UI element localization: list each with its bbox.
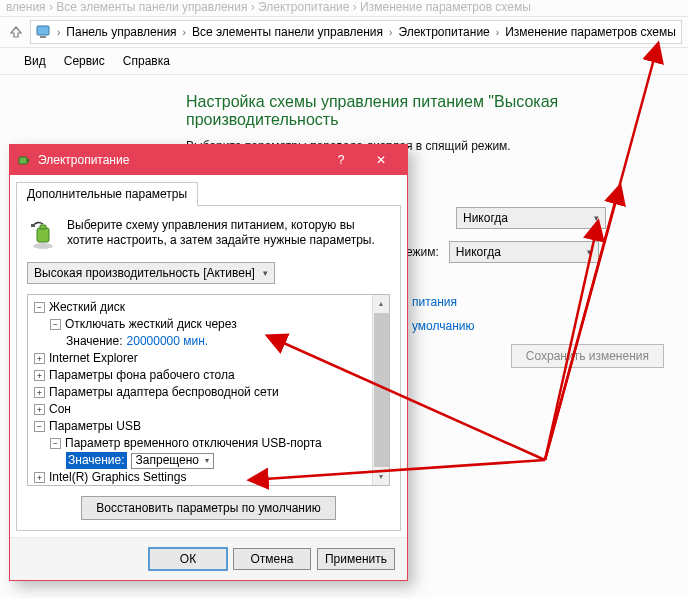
power-icon xyxy=(16,152,32,168)
tree-usb-value-row[interactable]: Значение: Запрещено ▾ xyxy=(30,452,387,469)
help-button[interactable]: ? xyxy=(321,145,361,175)
sleep-row-label-suffix: ежим: xyxy=(406,245,439,259)
save-area: Сохранить изменения xyxy=(511,344,664,368)
tab-advanced[interactable]: Дополнительные параметры xyxy=(16,182,198,206)
up-arrow-icon[interactable] xyxy=(6,22,26,42)
tree-sleep[interactable]: +Сон xyxy=(30,401,387,418)
select-value: Никогда xyxy=(456,245,501,259)
dialog-buttons: ОК Отмена Применить xyxy=(10,537,407,580)
close-icon: ✕ xyxy=(376,153,386,167)
scroll-thumb[interactable] xyxy=(374,313,389,467)
svg-rect-2 xyxy=(19,157,27,164)
battery-icon xyxy=(27,218,59,250)
usb-value-label: Значение: xyxy=(66,452,127,469)
menu-bar: Вид Сервис Справка xyxy=(0,48,688,75)
tree-desktop-bg[interactable]: +Параметры фона рабочего стола xyxy=(30,367,387,384)
select-value: Никогда xyxy=(463,211,508,225)
dialog-title: Электропитание xyxy=(38,153,321,167)
usb-value-select[interactable]: Запрещено ▾ xyxy=(131,453,214,469)
cancel-button[interactable]: Отмена xyxy=(233,548,311,570)
select-value: Высокая производительность [Активен] xyxy=(34,266,255,280)
expand-icon[interactable]: + xyxy=(34,370,45,381)
sleep-select[interactable]: Никогда ▾ xyxy=(449,241,599,263)
tree-ie[interactable]: +Internet Explorer xyxy=(30,350,387,367)
close-button[interactable]: ✕ xyxy=(361,145,401,175)
breadcrumb-item[interactable]: Электропитание xyxy=(394,23,493,41)
intro-block: Выберите схему управления питанием, кото… xyxy=(27,218,390,250)
tree-hdd-off-after[interactable]: −Отключать жесткий диск через xyxy=(30,316,387,333)
settings-tree[interactable]: −Жесткий диск −Отключать жесткий диск че… xyxy=(27,294,390,486)
tree-scrollbar[interactable]: ▴ ▾ xyxy=(372,295,389,485)
tree-usb-selective[interactable]: −Параметр временного отключения USB-порт… xyxy=(30,435,387,452)
window-title-faded: вления › Все элементы панели управления … xyxy=(0,0,688,16)
display-off-select[interactable]: Никогда ▾ xyxy=(456,207,606,229)
help-icon: ? xyxy=(338,153,345,167)
restore-defaults-button[interactable]: Восстановить параметры по умолчанию xyxy=(81,496,335,520)
svg-rect-7 xyxy=(31,224,35,227)
svg-rect-1 xyxy=(40,36,46,38)
tree-usb[interactable]: −Параметры USB xyxy=(30,418,387,435)
svg-rect-5 xyxy=(37,228,49,242)
select-value: Запрещено xyxy=(136,452,199,469)
tree-wifi[interactable]: +Параметры адаптера беспроводной сети xyxy=(30,384,387,401)
apply-button[interactable]: Применить xyxy=(317,548,395,570)
chevron-right-icon: › xyxy=(55,27,62,38)
svg-rect-0 xyxy=(37,26,49,35)
hdd-off-value: 20000000 мин. xyxy=(127,333,209,350)
expand-icon[interactable]: + xyxy=(34,387,45,398)
address-bar: › Панель управления › Все элементы панел… xyxy=(0,16,688,48)
tab-content: Выберите схему управления питанием, кото… xyxy=(16,205,401,531)
menu-service[interactable]: Сервис xyxy=(64,54,105,68)
breadcrumb-field[interactable]: › Панель управления › Все элементы панел… xyxy=(30,20,682,44)
page-title: Настройка схемы управления питанием "Выс… xyxy=(186,93,688,129)
chevron-down-icon: ▾ xyxy=(263,268,268,278)
tree-hard-disk[interactable]: −Жесткий диск xyxy=(30,299,387,316)
collapse-icon[interactable]: − xyxy=(34,302,45,313)
tree-hdd-value[interactable]: Значение:20000000 мин. xyxy=(30,333,387,350)
dialog-titlebar[interactable]: Электропитание ? ✕ xyxy=(10,145,407,175)
breadcrumb-item[interactable]: Все элементы панели управления xyxy=(188,23,387,41)
restore-defaults-row: Восстановить параметры по умолчанию xyxy=(27,496,390,520)
tree-intel-graphics[interactable]: +Intel(R) Graphics Settings xyxy=(30,469,387,486)
svg-point-4 xyxy=(33,243,53,249)
power-options-dialog: Электропитание ? ✕ Дополнительные параме… xyxy=(9,144,408,581)
svg-rect-3 xyxy=(27,159,29,162)
chevron-down-icon: ▾ xyxy=(594,213,599,223)
chevron-right-icon: › xyxy=(181,27,188,38)
chevron-down-icon: ▾ xyxy=(205,452,209,469)
expand-icon[interactable]: + xyxy=(34,353,45,364)
chevron-right-icon: › xyxy=(494,27,501,38)
save-button[interactable]: Сохранить изменения xyxy=(511,344,664,368)
intro-text: Выберите схему управления питанием, кото… xyxy=(67,218,390,250)
breadcrumb-item[interactable]: Изменение параметров схемы xyxy=(501,23,680,41)
chevron-right-icon: › xyxy=(387,27,394,38)
svg-rect-6 xyxy=(40,225,46,229)
power-plan-select[interactable]: Высокая производительность [Активен] ▾ xyxy=(27,262,275,284)
control-panel-icon xyxy=(35,24,51,40)
menu-help[interactable]: Справка xyxy=(123,54,170,68)
breadcrumb-item[interactable]: Панель управления xyxy=(62,23,180,41)
collapse-icon[interactable]: − xyxy=(50,319,61,330)
collapse-icon[interactable]: − xyxy=(50,438,61,449)
dialog-tabs: Дополнительные параметры xyxy=(10,175,407,205)
scroll-up-icon[interactable]: ▴ xyxy=(373,295,389,312)
expand-icon[interactable]: + xyxy=(34,472,45,483)
collapse-icon[interactable]: − xyxy=(34,421,45,432)
chevron-down-icon: ▾ xyxy=(587,247,592,257)
ok-button[interactable]: ОК xyxy=(149,548,227,570)
menu-view[interactable]: Вид xyxy=(24,54,46,68)
expand-icon[interactable]: + xyxy=(34,404,45,415)
scroll-down-icon[interactable]: ▾ xyxy=(373,468,389,485)
